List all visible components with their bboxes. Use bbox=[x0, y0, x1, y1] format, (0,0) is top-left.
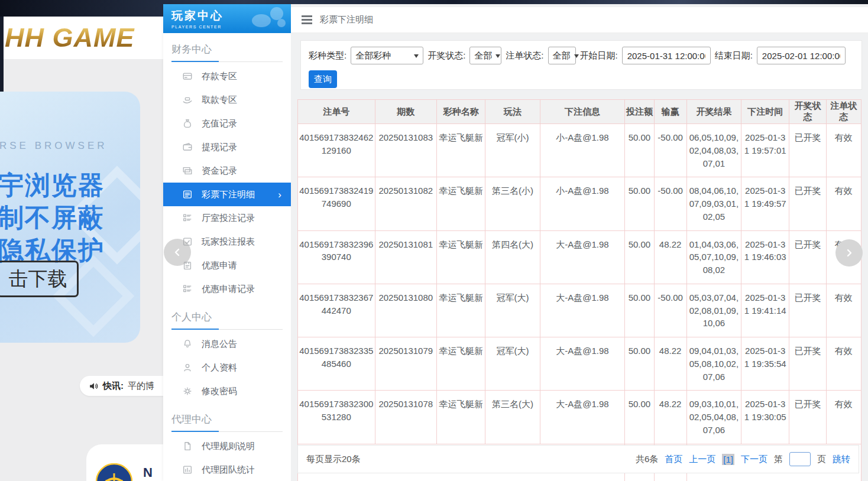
sidebar-item-lottery-bet-details[interactable]: 彩票下注明细 › bbox=[163, 183, 291, 206]
cell-order-status: 有效 bbox=[826, 177, 861, 230]
col-bet-info: 下注信息 bbox=[540, 100, 625, 124]
team-stats-icon bbox=[182, 464, 193, 475]
next-page-link[interactable]: 下一页 bbox=[741, 454, 767, 465]
page-suffix: 页 bbox=[817, 454, 826, 465]
cell-bet-time: 2025-01-31 19:30:05 bbox=[741, 391, 789, 444]
sidebar-item-label: 修改密码 bbox=[202, 386, 237, 397]
cell-lottery: 幸运飞艇新 bbox=[436, 337, 485, 391]
news-ticker: 快讯: 平的博 bbox=[80, 376, 163, 396]
table-row: 401569173832462129160 20250131083 幸运飞艇新 … bbox=[298, 124, 861, 177]
cell-order-id: 401569173832462129160 bbox=[298, 124, 375, 177]
cell-play: 冠军(大) bbox=[485, 337, 540, 391]
sidebar-item-agent-rules[interactable]: 代理规则说明 bbox=[163, 434, 291, 458]
cell-win-loss: 48.22 bbox=[654, 337, 686, 391]
cell-order-id: 401569173832396390740 bbox=[298, 230, 375, 284]
bell-icon bbox=[182, 339, 193, 349]
team-logo bbox=[96, 463, 132, 481]
chevron-left-icon bbox=[173, 248, 182, 257]
table-row: 401569173832300531280 20250131078 幸运飞艇新 … bbox=[298, 391, 861, 444]
col-order-status: 注单状态 bbox=[826, 100, 861, 124]
cell-order-status: 有效 bbox=[826, 391, 861, 444]
room-bet-record-icon bbox=[182, 213, 193, 223]
total-count: 共6条 bbox=[636, 454, 658, 465]
team-letter: N bbox=[143, 465, 153, 480]
section-label-personal: 个人中心 bbox=[171, 308, 283, 329]
cell-win-loss: 48.22 bbox=[654, 391, 686, 444]
hamburger-menu-icon[interactable] bbox=[302, 19, 312, 21]
deposit-card-icon bbox=[182, 71, 193, 82]
page-jump-input[interactable] bbox=[789, 452, 811, 466]
cell-bet-info: 大-A盘@1.98 bbox=[540, 337, 625, 391]
chevron-right-icon: › bbox=[278, 190, 281, 200]
order-status-label: 注单状态: bbox=[506, 50, 543, 61]
topbar: 彩票下注明细 bbox=[291, 7, 868, 33]
cell-period: 20250131081 bbox=[375, 230, 436, 284]
search-button[interactable]: 查询 bbox=[309, 70, 337, 88]
cell-lottery: 幸运飞艇新 bbox=[436, 230, 485, 284]
cell-bet-time: 2025-01-31 19:35:54 bbox=[741, 337, 789, 391]
player-center-panel: 玩家中心 PLAYERS CENTER 财务中心 存款专区 取款专区 bbox=[163, 4, 868, 481]
first-page-link[interactable]: 首页 bbox=[665, 454, 682, 465]
gear-icon bbox=[182, 386, 193, 396]
browser-ad-card: RSE BROWSER 宇浏览器 制不屏蔽 隐私保护 击下载 bbox=[0, 92, 140, 343]
document-icon bbox=[182, 441, 193, 451]
cell-order-id: 401569173832300531280 bbox=[298, 391, 375, 444]
section-label-finance: 财务中心 bbox=[171, 40, 283, 61]
sidebar-item-promo-apply-records[interactable]: 优惠申请记录 bbox=[163, 277, 291, 301]
cell-order-id: 401569173832367442470 bbox=[298, 284, 375, 337]
sidebar-item-label: 存款专区 bbox=[202, 71, 237, 82]
cell-play: 冠军(大) bbox=[485, 284, 540, 337]
withdraw-hand-icon bbox=[182, 95, 193, 105]
prev-page-link[interactable]: 上一页 bbox=[689, 454, 715, 465]
cell-lottery: 幸运飞艇新 bbox=[436, 124, 485, 177]
sidebar-item-change-password[interactable]: 修改密码 bbox=[163, 379, 291, 403]
funds-cash-icon bbox=[182, 165, 193, 176]
sidebar-item-withdrawal-records[interactable]: 提现记录 bbox=[163, 135, 291, 159]
cell-play: 第三名(小) bbox=[485, 177, 540, 230]
lottery-type-select[interactable]: 全部彩种 bbox=[351, 47, 423, 64]
user-icon bbox=[182, 362, 193, 373]
table-row: 401569173832419749690 20250131082 幸运飞艇新 … bbox=[298, 177, 861, 230]
cell-win-loss: -50.00 bbox=[654, 177, 686, 230]
table-row: 401569173832335485460 20250131079 幸运飞艇新 … bbox=[298, 337, 861, 391]
order-status-select[interactable]: 全部 bbox=[548, 47, 576, 64]
cell-lottery: 幸运飞艇新 bbox=[436, 391, 485, 444]
sidebar-section-personal: 个人中心 bbox=[171, 308, 283, 330]
draw-status-select[interactable]: 全部 bbox=[469, 47, 501, 64]
jump-link[interactable]: 跳转 bbox=[833, 454, 850, 465]
sidebar-item-profile[interactable]: 个人资料 bbox=[163, 356, 291, 379]
speaker-icon bbox=[89, 381, 99, 391]
cell-play: 第四名(大) bbox=[485, 230, 540, 284]
sidebar-item-deposit[interactable]: 存款专区 bbox=[163, 64, 291, 88]
sidebar-item-recharge-records[interactable]: 充值记录 bbox=[163, 112, 291, 135]
sidebar-item-funds-records[interactable]: 资金记录 bbox=[163, 159, 291, 183]
collapse-left-button[interactable] bbox=[164, 239, 191, 266]
cell-period: 20250131083 bbox=[375, 124, 436, 177]
withdrawal-wallet-icon bbox=[182, 142, 193, 152]
sidebar-section-finance: 财务中心 bbox=[171, 40, 283, 62]
ad-tagline: RSE BROWSER bbox=[0, 140, 108, 152]
sidebar-item-announcements[interactable]: 消息公告 bbox=[163, 332, 291, 356]
sidebar-item-label: 彩票下注明细 bbox=[202, 189, 255, 200]
cell-result: 05,03,07,04,02,08,01,09,10,06 bbox=[686, 284, 741, 337]
sidebar-item-room-bet-records[interactable]: 厅室投注记录 bbox=[163, 206, 291, 230]
cell-bet-info: 小-A盘@1.98 bbox=[540, 177, 625, 230]
main-content: 彩票下注明细 彩种类型: 全部彩种 开奖状态: 全部 注单状态: bbox=[291, 4, 868, 481]
sidebar-item-withdraw[interactable]: 取款专区 bbox=[163, 88, 291, 112]
col-amount: 投注额 bbox=[625, 100, 654, 124]
start-date-input[interactable] bbox=[622, 47, 711, 64]
current-page[interactable]: [1] bbox=[722, 454, 734, 465]
sidebar-item-agent-team-stats[interactable]: 代理团队统计 bbox=[163, 458, 291, 481]
sidebar-item-label: 优惠申请记录 bbox=[202, 284, 255, 295]
ticker-label: 快讯: bbox=[103, 381, 124, 392]
cell-bet-info: 大-A盘@1.98 bbox=[540, 230, 625, 284]
brand-logo: HH GAME bbox=[5, 22, 135, 53]
cell-period: 20250131080 bbox=[375, 284, 436, 337]
end-date-input[interactable] bbox=[757, 47, 846, 64]
cell-bet-time: 2025-01-31 19:57:01 bbox=[741, 124, 789, 177]
download-button[interactable]: 击下载 bbox=[0, 261, 79, 297]
col-result: 开奖结果 bbox=[686, 100, 741, 124]
sidebar-item-label: 资金记录 bbox=[202, 165, 237, 177]
scroll-right-button[interactable] bbox=[835, 239, 863, 266]
cell-result: 06,05,10,09,02,04,08,03,07,01 bbox=[686, 124, 741, 177]
